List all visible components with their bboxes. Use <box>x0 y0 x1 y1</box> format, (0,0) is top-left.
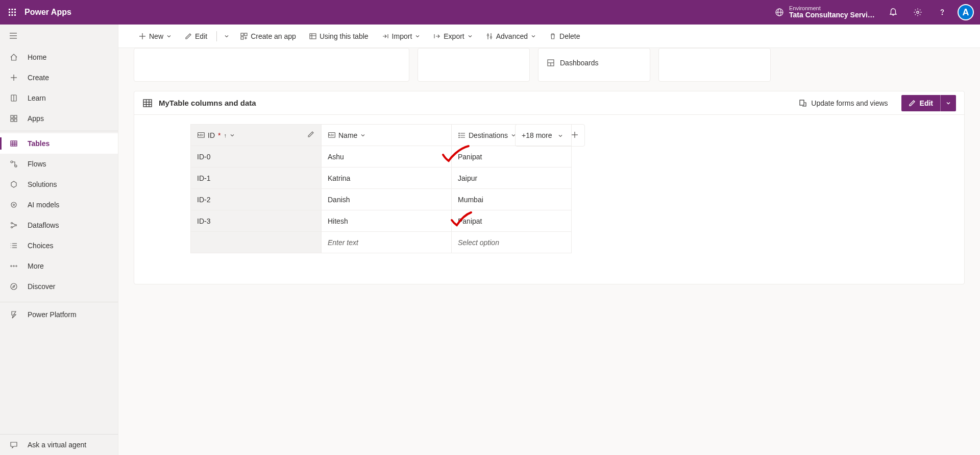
notifications-button[interactable] <box>881 0 905 25</box>
cell-name[interactable]: Ashu <box>322 146 452 167</box>
help-icon <box>938 8 947 17</box>
chat-icon <box>9 440 18 449</box>
using-table-button[interactable]: Using this table <box>304 29 374 43</box>
cell-name[interactable]: Katrina <box>322 167 452 189</box>
edit-column-icon[interactable] <box>307 131 314 139</box>
table-row[interactable]: ID-2 Danish Mumbai <box>191 189 572 210</box>
nav-item-home[interactable]: Home <box>0 47 118 67</box>
help-button[interactable] <box>930 0 954 25</box>
table-new-row[interactable]: Enter text Select option <box>191 232 572 253</box>
advanced-button[interactable]: Advanced <box>481 29 541 43</box>
column-header-id[interactable]: ABC ID* ↑ <box>191 125 322 146</box>
nav-item-learn[interactable]: Learn <box>0 88 118 108</box>
edit-split-button[interactable] <box>221 31 232 42</box>
nav-label: Apps <box>28 114 44 123</box>
panel-edit-split[interactable] <box>940 95 956 111</box>
nav-collapse-toggle[interactable] <box>0 25 118 47</box>
cell-id[interactable]: ID-0 <box>191 146 322 167</box>
cmd-label: Advanced <box>496 32 528 40</box>
sort-asc-icon: ↑ <box>224 132 227 138</box>
flow-icon <box>9 159 18 169</box>
svg-rect-6 <box>9 14 10 16</box>
cell-destination-new[interactable]: Select option <box>452 232 572 253</box>
svg-rect-7 <box>12 14 13 16</box>
cell-destination[interactable]: Panipat <box>452 146 572 167</box>
cell-name-new[interactable]: Enter text <box>322 232 452 253</box>
svg-point-44 <box>13 266 15 267</box>
svg-rect-24 <box>14 119 17 122</box>
import-button[interactable]: Import <box>377 29 426 43</box>
book-icon <box>9 93 18 103</box>
cell-id-new[interactable] <box>191 232 322 253</box>
table-row[interactable]: ID-3 Hitesh Panipat <box>191 210 572 232</box>
hamburger-icon <box>9 32 17 39</box>
plus-icon <box>571 131 578 138</box>
app-icon <box>240 33 248 40</box>
plus-icon <box>9 73 18 82</box>
content-area: Dashboards MyTable columns and data Upda… <box>118 48 980 455</box>
table-row[interactable]: ID-0 Ashu Panipat <box>191 146 572 167</box>
dashboards-link[interactable]: Dashboards <box>547 59 599 67</box>
update-forms-views-button[interactable]: Update forms and views <box>799 99 888 107</box>
column-label: Destinations <box>469 131 508 139</box>
nav-item-ai-models[interactable]: AI models <box>0 195 118 215</box>
create-app-button[interactable]: Create an app <box>235 29 301 43</box>
more-columns-button[interactable]: +18 more <box>522 131 563 139</box>
gear-icon <box>913 8 922 17</box>
choice-type-icon <box>458 132 465 139</box>
table-row[interactable]: ID-1 Katrina Jaipur <box>191 167 572 189</box>
nav-item-power-platform[interactable]: Power Platform <box>0 304 118 325</box>
cell-id[interactable]: ID-1 <box>191 167 322 189</box>
dataflow-icon <box>9 221 18 230</box>
table-icon <box>9 139 18 148</box>
export-button[interactable]: Export <box>428 29 477 43</box>
nav-label: Learn <box>28 94 46 102</box>
user-avatar[interactable]: A <box>958 4 974 20</box>
nav-label: Dataflows <box>28 221 59 229</box>
svg-rect-54 <box>310 34 316 39</box>
cell-name[interactable]: Hitesh <box>322 210 452 232</box>
nav-item-tables[interactable]: Tables <box>0 133 118 154</box>
pencil-icon <box>909 100 916 107</box>
placeholder-text: Enter text <box>328 238 358 247</box>
panel-edit-button[interactable]: Edit <box>901 95 956 111</box>
cell-destination[interactable]: Mumbai <box>452 189 572 210</box>
nav-item-more[interactable]: More <box>0 256 118 276</box>
more-icon <box>9 261 18 271</box>
svg-point-59 <box>487 34 488 36</box>
nav-item-solutions[interactable]: Solutions <box>0 174 118 195</box>
table-nav-icon <box>309 33 316 40</box>
cmd-label: New <box>149 32 163 40</box>
edit-button[interactable]: Edit <box>180 29 212 43</box>
nav-item-flows[interactable]: Flows <box>0 154 118 174</box>
delete-button[interactable]: Delete <box>544 29 585 43</box>
cell-id[interactable]: ID-2 <box>191 189 322 210</box>
panel-title: MyTable columns and data <box>159 99 256 107</box>
cell-id[interactable]: ID-3 <box>191 210 322 232</box>
nav-item-create[interactable]: Create <box>0 67 118 88</box>
svg-point-30 <box>11 161 13 163</box>
nav-item-choices[interactable]: Choices <box>0 235 118 256</box>
svg-rect-5 <box>14 12 16 13</box>
update-label: Update forms and views <box>811 99 888 107</box>
cell-name[interactable]: Danish <box>322 189 452 210</box>
environment-name: Tata Consultancy Servic... <box>789 11 876 19</box>
data-grid: ABC ID* ↑ ABC <box>190 124 572 253</box>
apps-icon <box>9 114 18 123</box>
waffle-icon[interactable] <box>0 0 24 25</box>
environment-picker[interactable]: Environment Tata Consultancy Servic... <box>775 5 876 19</box>
nav-item-discover[interactable]: Discover <box>0 276 118 297</box>
nav-item-apps[interactable]: Apps <box>0 108 118 129</box>
svg-rect-23 <box>11 119 13 122</box>
add-column-button[interactable] <box>571 131 578 140</box>
nav-label: Choices <box>28 242 54 250</box>
column-header-name[interactable]: ABC Name <box>322 125 452 146</box>
svg-rect-1 <box>12 9 13 10</box>
svg-point-33 <box>13 204 15 206</box>
nav-item-dataflows[interactable]: Dataflows <box>0 215 118 235</box>
cell-destination[interactable]: Jaipur <box>452 167 572 189</box>
settings-button[interactable] <box>905 0 930 25</box>
nav-item-ask-agent[interactable]: Ask a virtual agent <box>0 435 118 455</box>
cell-destination[interactable]: Panipat <box>452 210 572 232</box>
new-button[interactable]: New <box>134 29 177 43</box>
